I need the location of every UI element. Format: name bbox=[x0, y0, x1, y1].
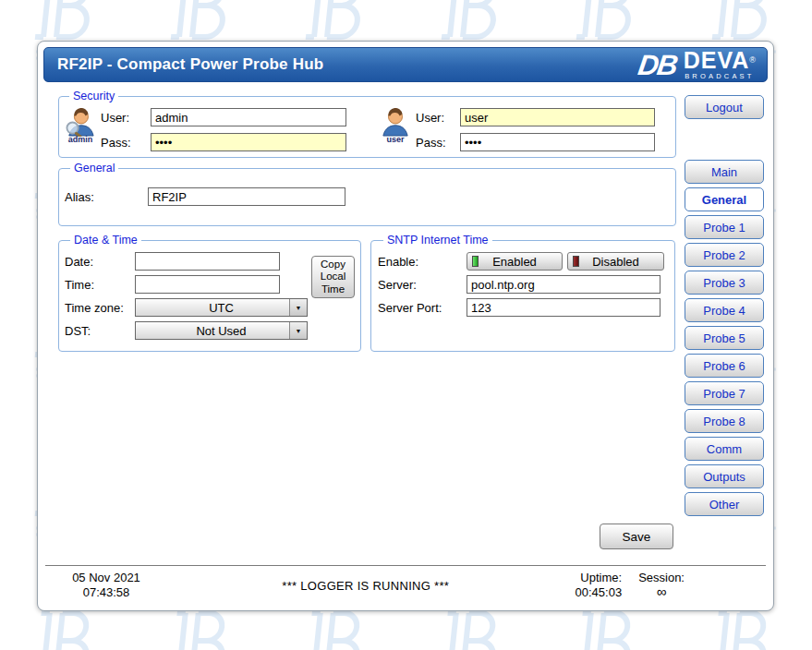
status-message: *** LOGGER IS RUNNING *** bbox=[156, 579, 576, 593]
sidebar-item-general[interactable]: General bbox=[685, 187, 764, 211]
deva-logo-name: DEVA® bbox=[684, 49, 756, 72]
alias-label: Alias: bbox=[65, 190, 148, 204]
deva-wordmark: DEVA bbox=[684, 47, 750, 73]
general-legend: General bbox=[70, 162, 118, 175]
date-input[interactable] bbox=[135, 252, 280, 271]
sntp-legend: SNTP Internet Time bbox=[383, 234, 492, 247]
logout-button[interactable]: Logout bbox=[685, 95, 764, 119]
admin-password-input[interactable] bbox=[151, 133, 346, 151]
sntp-port-input[interactable] bbox=[467, 298, 661, 317]
save-button[interactable]: Save bbox=[600, 524, 673, 549]
admin-user-label: User: bbox=[101, 111, 147, 125]
session-value: ∞ bbox=[638, 585, 685, 598]
datetime-section: Date & Time Date: Time: Time zone: UTC ▼… bbox=[58, 234, 361, 352]
timezone-select[interactable]: UTC ▼ bbox=[135, 298, 308, 317]
alias-row: Alias: bbox=[65, 187, 670, 206]
timezone-value: UTC bbox=[209, 301, 234, 315]
time-input[interactable] bbox=[135, 275, 280, 294]
user-icon-block: user bbox=[379, 108, 412, 144]
admin-caption: admin bbox=[68, 135, 93, 144]
user-user-label: User: bbox=[416, 111, 456, 125]
sidebar-item-probe-2[interactable]: Probe 2 bbox=[685, 243, 764, 267]
sntp-disabled-label: Disabled bbox=[592, 255, 639, 269]
sidebar-item-probe-3[interactable]: Probe 3 bbox=[685, 271, 764, 295]
datetime-legend: Date & Time bbox=[70, 234, 141, 247]
sidebar-item-probe-5[interactable]: Probe 5 bbox=[685, 326, 764, 350]
dst-select[interactable]: Not Used ▼ bbox=[135, 321, 308, 340]
uptime-block: Uptime: 00:45:03 bbox=[576, 571, 623, 600]
sntp-enable-buttons: Enabled Disabled bbox=[467, 252, 664, 271]
sidebar-item-probe-7[interactable]: Probe 7 bbox=[685, 381, 764, 405]
sidebar-item-probe-6[interactable]: Probe 6 bbox=[685, 354, 764, 378]
status-bar: 05 Nov 2021 07:43:58 *** LOGGER IS RUNNI… bbox=[45, 565, 766, 605]
user-icon bbox=[380, 108, 411, 137]
sntp-enabled-label: Enabled bbox=[492, 255, 537, 269]
user-username-input[interactable] bbox=[460, 108, 655, 126]
app-window: RF2IP - Compact Power Probe Hub DB DEVA®… bbox=[37, 41, 774, 611]
sidebar-item-comm[interactable]: Comm bbox=[685, 437, 764, 461]
db-monogram-icon: DB bbox=[636, 51, 678, 79]
title-bar: RF2IP - Compact Power Probe Hub DB DEVA®… bbox=[43, 47, 768, 82]
registered-mark: ® bbox=[749, 55, 756, 65]
sntp-section: SNTP Internet Time Enable: Enabled Disab… bbox=[370, 234, 675, 352]
status-counters: Uptime: 00:45:03 Session: ∞ bbox=[576, 571, 685, 600]
red-led-icon bbox=[573, 256, 579, 267]
admin-user-icon bbox=[65, 108, 96, 137]
admin-pass-label: Pass: bbox=[101, 136, 147, 150]
date-label: Date: bbox=[65, 255, 135, 269]
sntp-port-label: Server Port: bbox=[378, 301, 467, 315]
uptime-label: Uptime: bbox=[576, 571, 623, 585]
sntp-server-label: Server: bbox=[378, 278, 467, 292]
dst-value: Not Used bbox=[196, 324, 246, 338]
status-datetime: 05 Nov 2021 07:43:58 bbox=[56, 571, 156, 600]
admin-credentials: admin User: Pass: bbox=[64, 106, 346, 151]
green-led-icon bbox=[472, 256, 479, 267]
sidebar-nav: Main General Probe 1 Probe 2 Probe 3 Pro… bbox=[685, 160, 764, 516]
sntp-grid: Enable: Enabled Disabled Server: Server … bbox=[378, 252, 669, 317]
user-fields: User: Pass: bbox=[416, 108, 655, 151]
admin-icon-block: admin bbox=[64, 108, 97, 144]
timezone-label: Time zone: bbox=[65, 301, 135, 315]
sidebar-item-probe-4[interactable]: Probe 4 bbox=[685, 298, 764, 322]
chevron-down-icon: ▼ bbox=[289, 322, 307, 339]
dst-label: DST: bbox=[65, 324, 135, 338]
sidebar-item-probe-1[interactable]: Probe 1 bbox=[685, 215, 764, 239]
copy-local-time-button[interactable]: Copy Local Time bbox=[311, 256, 355, 298]
sntp-disabled-button[interactable]: Disabled bbox=[567, 252, 664, 271]
security-row: admin User: Pass: user bbox=[64, 106, 670, 151]
user-caption: user bbox=[386, 135, 404, 144]
status-date: 05 Nov 2021 bbox=[56, 571, 156, 585]
security-section: Security admin User: bbox=[58, 90, 676, 158]
admin-username-input[interactable] bbox=[151, 108, 346, 126]
deva-logo: DB DEVA® BROADCAST bbox=[638, 49, 756, 80]
sidebar-item-main[interactable]: Main bbox=[685, 160, 764, 184]
sntp-server-input[interactable] bbox=[467, 275, 661, 294]
broadcast-wordmark: BROADCAST bbox=[685, 73, 754, 80]
user-password-input[interactable] bbox=[460, 133, 655, 151]
user-credentials: user User: Pass: bbox=[379, 106, 655, 151]
sntp-enabled-button[interactable]: Enabled bbox=[467, 252, 563, 271]
sidebar-item-probe-8[interactable]: Probe 8 bbox=[685, 409, 764, 433]
security-legend: Security bbox=[69, 90, 118, 102]
user-pass-label: Pass: bbox=[416, 136, 456, 150]
uptime-value: 00:45:03 bbox=[576, 585, 623, 600]
session-block: Session: ∞ bbox=[638, 571, 685, 600]
deva-logo-text: DEVA® BROADCAST bbox=[684, 49, 756, 80]
status-time: 07:43:58 bbox=[56, 585, 156, 600]
sntp-enable-label: Enable: bbox=[378, 255, 467, 269]
chevron-down-icon: ▼ bbox=[289, 299, 307, 316]
alias-input[interactable] bbox=[148, 187, 345, 206]
sidebar-item-other[interactable]: Other bbox=[685, 492, 764, 516]
sidebar-item-outputs[interactable]: Outputs bbox=[685, 464, 764, 488]
general-section: General Alias: bbox=[58, 162, 676, 226]
page-title: RF2IP - Compact Power Probe Hub bbox=[57, 55, 323, 74]
time-label: Time: bbox=[65, 278, 135, 292]
admin-fields: User: Pass: bbox=[101, 108, 346, 151]
